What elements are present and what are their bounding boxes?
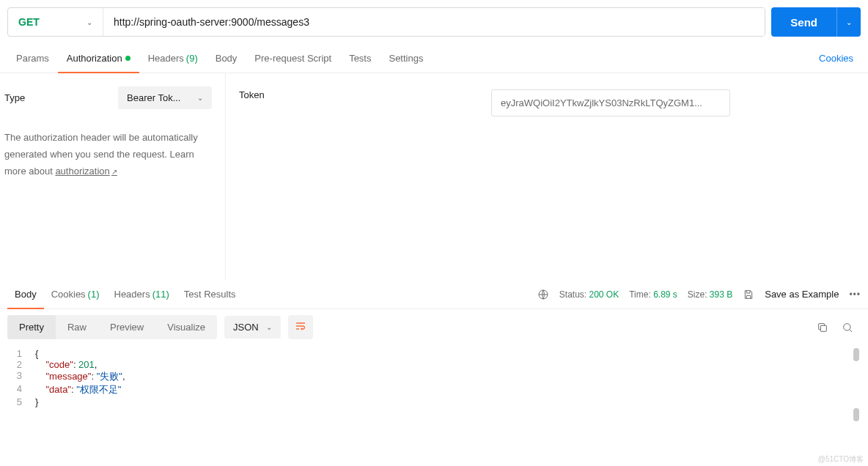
view-raw[interactable]: Raw [56, 315, 98, 339]
auth-description: The authorization header will be automat… [4, 130, 212, 180]
resp-tab-cookies[interactable]: Cookies (1) [44, 280, 107, 308]
http-method-select[interactable]: GET ⌄ [8, 8, 103, 36]
resp-tab-test-results[interactable]: Test Results [177, 280, 243, 308]
token-input[interactable]: eyJraWQiOiI2YTkwZjlkYS03NzRkLTQyZGM1... [491, 89, 730, 116]
scrollbar-thumb[interactable] [853, 348, 859, 361]
copy-icon[interactable] [817, 322, 828, 333]
chevron-down-icon: ⌄ [197, 94, 203, 102]
wrap-lines-button[interactable] [288, 315, 313, 339]
auth-type-panel: Type Bearer Tok... ⌄ The authorization h… [0, 73, 226, 280]
view-visualize[interactable]: Visualize [155, 315, 217, 339]
send-button[interactable]: Send [771, 7, 836, 37]
status-label: Status: [559, 289, 586, 300]
resp-tab-cookies-label: Cookies [51, 289, 86, 300]
json-key: "data" [45, 384, 71, 395]
time-label: Time: [629, 289, 651, 300]
resp-tab-cookies-count: (1) [88, 289, 100, 300]
time-meta: Time: 6.89 s [629, 289, 677, 300]
time-value: 6.89 s [653, 289, 677, 300]
size-label: Size: [688, 289, 707, 300]
response-tabs: Body Cookies (1) Headers (11) Test Resul… [0, 280, 868, 309]
tab-body[interactable]: Body [207, 44, 246, 73]
auth-learn-link[interactable]: authorization↗ [55, 166, 117, 177]
auth-type-value: Bearer Tok... [127, 92, 180, 103]
tab-settings[interactable]: Settings [380, 44, 432, 73]
auth-type-select[interactable]: Bearer Tok... ⌄ [118, 86, 212, 109]
resp-tab-body[interactable]: Body [7, 280, 44, 308]
response-meta: Status: 200 OK Time: 6.89 s Size: 393 B … [537, 289, 861, 300]
request-input-group: GET ⌄ [7, 7, 765, 37]
http-method-value: GET [18, 16, 40, 28]
response-view-bar: Pretty Raw Preview Visualize JSON ⌄ [0, 309, 868, 345]
size-value: 393 B [710, 289, 732, 300]
json-key: "code" [45, 359, 73, 370]
auth-token-panel: Token eyJraWQiOiI2YTkwZjlkYS03NzRkLTQyZG… [226, 73, 868, 280]
code-line: 5} [0, 396, 868, 407]
external-link-icon: ↗ [111, 168, 117, 176]
tab-tests[interactable]: Tests [340, 44, 380, 73]
response-body-code[interactable]: 1{ 2 "code": 201, 3 "message": "失败", 4 "… [0, 345, 868, 407]
status-meta: Status: 200 OK [559, 289, 619, 300]
code-line: 2 "code": 201, [0, 359, 868, 370]
request-tabs: Params Authorization Headers (9) Body Pr… [0, 44, 868, 73]
json-string: "权限不足" [76, 384, 121, 395]
svg-rect-1 [820, 325, 826, 331]
tab-params[interactable]: Params [7, 44, 58, 73]
tab-authorization[interactable]: Authorization [58, 44, 139, 73]
code-line: 1{ [0, 348, 868, 359]
auth-learn-link-text: authorization [55, 166, 109, 177]
save-icon[interactable] [743, 289, 754, 300]
tab-prerequest[interactable]: Pre-request Script [246, 44, 340, 73]
json-number: 201 [78, 359, 95, 370]
auth-type-row: Type Bearer Tok... ⌄ [4, 86, 212, 109]
size-meta: Size: 393 B [688, 289, 732, 300]
code-line: 4 "data": "权限不足" [0, 383, 868, 396]
scrollbar-thumb[interactable] [853, 408, 859, 421]
code-line: 3 "message": "失败", [0, 370, 868, 383]
format-value: JSON [233, 322, 259, 333]
active-dot-icon [125, 56, 130, 61]
resp-tab-headers-count: (11) [152, 289, 169, 300]
tab-headers[interactable]: Headers (9) [139, 44, 207, 73]
tab-authorization-label: Authorization [67, 53, 122, 64]
watermark: @51CTO博客 [818, 454, 864, 465]
globe-icon[interactable] [537, 289, 549, 300]
resp-tab-headers-label: Headers [114, 289, 150, 300]
json-key: "message" [45, 371, 91, 382]
send-button-group: Send ⌄ [771, 7, 861, 37]
cookies-link[interactable]: Cookies [819, 53, 861, 64]
svg-point-2 [844, 323, 850, 330]
request-bar: GET ⌄ Send ⌄ [0, 0, 868, 44]
url-input[interactable] [103, 8, 765, 36]
json-string: "失败" [97, 371, 122, 382]
status-value: 200 OK [589, 289, 619, 300]
view-preview[interactable]: Preview [98, 315, 155, 339]
chevron-down-icon: ⌄ [87, 18, 92, 26]
view-bar-right [817, 322, 861, 333]
resp-tab-headers[interactable]: Headers (11) [107, 280, 177, 308]
search-icon[interactable] [842, 322, 853, 333]
authorization-panel: Type Bearer Tok... ⌄ The authorization h… [0, 73, 868, 280]
view-mode-tabs: Pretty Raw Preview Visualize [7, 315, 217, 339]
chevron-down-icon: ⌄ [846, 18, 852, 26]
more-icon[interactable]: ••• [849, 289, 861, 300]
tab-headers-label: Headers [148, 53, 184, 64]
format-select[interactable]: JSON ⌄ [224, 316, 281, 339]
auth-type-label: Type [4, 92, 25, 103]
token-label: Token [239, 89, 491, 100]
tab-headers-count: (9) [186, 53, 198, 64]
send-dropdown-button[interactable]: ⌄ [836, 7, 861, 37]
chevron-down-icon: ⌄ [266, 323, 272, 331]
save-as-example[interactable]: Save as Example [765, 289, 839, 300]
view-pretty[interactable]: Pretty [7, 315, 56, 339]
